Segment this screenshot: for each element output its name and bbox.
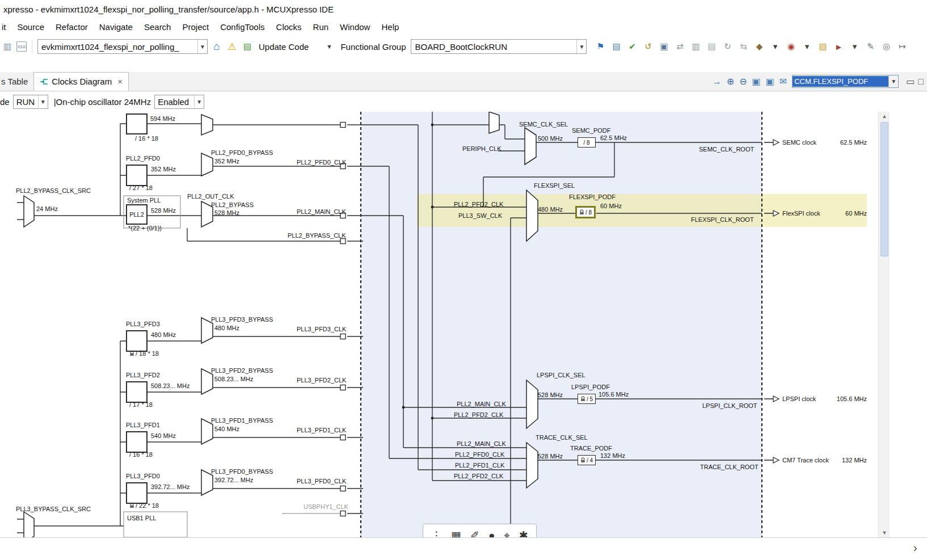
console-icon[interactable]: ▣ [658, 40, 670, 53]
database-icon[interactable]: ◉ [785, 40, 797, 53]
functional-group-combo[interactable]: BOARD_BootClockRUN ▼ [411, 39, 587, 54]
tab-close-icon[interactable]: × [117, 77, 123, 86]
log-icon[interactable]: ▤ [610, 40, 622, 53]
feedback-icon[interactable]: ✉ [779, 77, 787, 86]
forward-icon[interactable]: ↦ [896, 40, 908, 53]
clock-domain-region [361, 112, 762, 537]
edit-icon[interactable]: ✎ [864, 40, 877, 53]
home-icon[interactable]: ⌂ [210, 40, 223, 53]
menu-clocks[interactable]: Clocks [271, 19, 307, 36]
settings-icon[interactable]: ✱ [519, 530, 528, 538]
copy-icon[interactable]: ▥ [689, 40, 702, 53]
compare-icon[interactable]: ⇆ [737, 40, 749, 53]
oscillator-value: Enabled [155, 97, 192, 107]
database-dropdown-chevron[interactable]: ▾ [800, 40, 813, 53]
menu-configtools[interactable]: ConfigTools [214, 19, 270, 36]
package-dropdown-chevron[interactable]: ▾ [769, 40, 781, 53]
clock-element-combo[interactable]: CCM.FLEXSPI_PODF ▼ [792, 75, 899, 88]
clock-output-lpspi-clock: LPSPI clock105.6 MHz [764, 394, 877, 403]
mux[interactable] [201, 115, 213, 135]
chevron-down-icon[interactable]: ▼ [38, 95, 48, 108]
update-code-icon[interactable]: ▤ [241, 40, 254, 53]
link-with-editor-icon[interactable]: → [713, 77, 722, 86]
scrollbar-thumb[interactable] [880, 122, 888, 256]
clock-output-cm7-trace-clock: CM7 Trace clock132 MHz [764, 456, 877, 465]
open-config-icon[interactable]: ▨ [816, 40, 829, 53]
monitor-icon[interactable]: ▣ [752, 77, 761, 86]
select-icon[interactable]: ✐ [470, 530, 479, 538]
mux[interactable] [489, 112, 499, 133]
search-diagram-icon[interactable]: ⌖ [504, 530, 510, 538]
launch-dropdown-chevron[interactable]: ▾ [848, 40, 861, 53]
package-icon[interactable]: ◆ [753, 40, 765, 53]
project-combo[interactable]: evkmimxrt1024_flexspi_nor_polling_ ▼ [37, 39, 208, 54]
chevron-down-icon[interactable]: ▼ [576, 40, 586, 53]
menu-refactor[interactable]: Refactor [50, 19, 94, 36]
revert-icon[interactable]: ↺ [642, 40, 654, 53]
launch-icon[interactable]: ► [832, 40, 845, 53]
export-icon[interactable]: ⇄ [673, 40, 686, 53]
tab-clocks-table[interactable]: s Table [0, 72, 33, 91]
pfd-box[interactable] [126, 330, 148, 352]
oscillator-combo[interactable]: Enabled ▼ [154, 95, 204, 109]
menu-navigate[interactable]: Navigate [94, 19, 138, 36]
diagram-label-pll3-pfd0: PLL3_PFD0 [126, 473, 160, 479]
tab-clocks-diagram[interactable]: Clocks Diagram × [33, 72, 129, 91]
menu-source[interactable]: Source [12, 19, 50, 36]
palette-handle[interactable]: ⋮ [431, 530, 442, 538]
diagram-label-pll2-main-clk: PLL2_MAIN_CLK [457, 401, 506, 407]
podf-divider[interactable]: / 8 [578, 137, 596, 148]
mux[interactable] [201, 153, 213, 176]
menu-project[interactable]: Project [176, 19, 214, 36]
mux-pll2-bypass-src[interactable] [24, 196, 34, 227]
menu-window[interactable]: Window [334, 19, 376, 36]
zoom-in-icon[interactable]: ⊕ [727, 77, 734, 86]
chevron-down-icon[interactable]: ▼ [888, 75, 898, 87]
scroll-down-icon[interactable]: ▼ [879, 528, 890, 537]
scroll-right-icon[interactable]: › [913, 541, 917, 554]
chevron-down-icon[interactable]: ▼ [197, 40, 207, 53]
pfd-box[interactable] [126, 113, 148, 134]
diagram-label-pll2-main-clk: PLL2_MAIN_CLK [297, 208, 346, 215]
podf-divider[interactable]: / 4 [578, 455, 596, 465]
chevron-down-icon[interactable]: ▼ [194, 95, 204, 108]
diagram-label-540-mhz: 540 MHz [151, 432, 176, 439]
paste-icon[interactable]: ▤ [705, 40, 718, 53]
vertical-scrollbar[interactable]: ▲ ▼ [878, 112, 890, 537]
restore-icon[interactable]: □ [918, 77, 924, 86]
scroll-up-icon[interactable]: ▲ [879, 112, 890, 121]
update-code-chevron-icon[interactable]: ▼ [323, 40, 335, 53]
podf-divider[interactable]: / 5 [578, 394, 596, 404]
menu-search[interactable]: Search [138, 19, 177, 36]
pin-icon[interactable]: ◎ [880, 40, 892, 53]
menu-help[interactable]: Help [376, 19, 404, 36]
mux-pll3-bypass-src[interactable] [24, 512, 34, 537]
clocks-diagram-canvas[interactable]: 594 MHz/ 16 * 18PLL2_PFD0352 MHz/ 27 * 1… [0, 112, 878, 537]
run-mode-combo[interactable]: RUN ▼ [13, 95, 48, 109]
diagram-label-lpspi-podf: LPSPI_PODF [571, 384, 610, 390]
diagram-label-pll3-pfd3-bypass: PLL3_PFD3_BYPASS [211, 316, 273, 323]
pll-box-pll2[interactable]: PLL2 [126, 204, 148, 225]
diagram-label-24-mhz: 24 MHz [36, 205, 58, 212]
binary-file-icon[interactable]: 010 [16, 41, 27, 52]
update-code-button[interactable]: Update Code [256, 42, 311, 52]
menu-run[interactable]: Run [307, 19, 335, 36]
functional-group-label: Functional Group [338, 42, 408, 52]
warning-icon[interactable]: ⚠ [226, 40, 238, 53]
pfd-box[interactable] [126, 482, 148, 504]
minimize-icon[interactable]: ▭ [906, 77, 915, 86]
monitor-2-icon[interactable]: ▣ [766, 77, 774, 86]
menu-it[interactable]: it [0, 19, 12, 36]
zoom-out-icon[interactable]: ⊖ [739, 77, 747, 86]
podf-divider[interactable]: / 8 [575, 206, 596, 218]
grid-icon[interactable]: ▦ [451, 530, 461, 538]
pfd-box[interactable] [126, 381, 148, 403]
pfd-box[interactable] [126, 431, 148, 453]
apply-icon[interactable]: ✔ [626, 40, 638, 53]
dot-icon[interactable]: ● [488, 530, 495, 538]
new-file-icon[interactable]: ▥ [1, 40, 14, 53]
refresh-icon[interactable]: ↻ [721, 40, 734, 53]
pfd-box[interactable] [126, 165, 148, 186]
flag-icon[interactable]: ⚑ [594, 40, 606, 53]
mcuxpresso-window: xpresso - evkmimxrt1024_flexspi_nor_poll… [0, 0, 927, 560]
